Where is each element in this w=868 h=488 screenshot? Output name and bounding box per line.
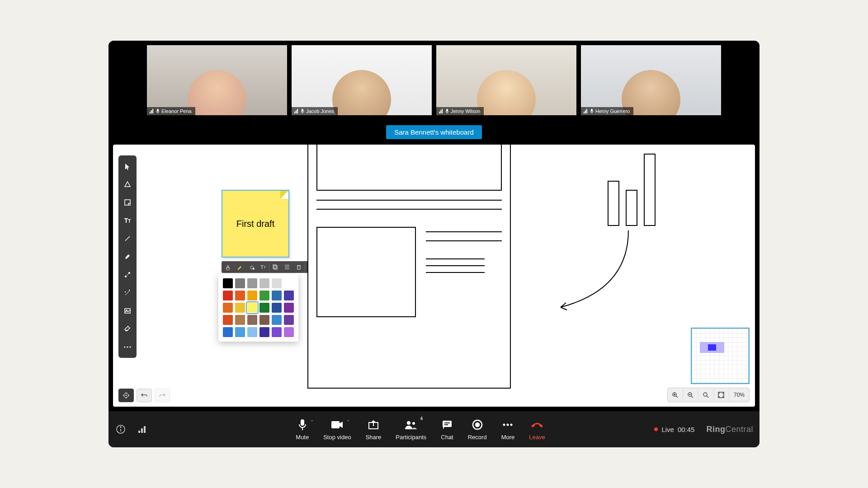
zoom-reset-button[interactable] bbox=[698, 388, 714, 402]
color-swatch[interactable] bbox=[247, 303, 257, 313]
chart-bar bbox=[608, 181, 619, 226]
svg-rect-13 bbox=[446, 109, 448, 112]
mute-button[interactable]: ⌃ Mute bbox=[296, 418, 309, 441]
recenter-button[interactable] bbox=[118, 389, 134, 402]
chat-button[interactable]: Chat bbox=[441, 418, 453, 441]
stop-video-button[interactable]: ⌃ Stop video bbox=[323, 418, 351, 441]
color-swatch[interactable] bbox=[247, 278, 257, 288]
svg-rect-12 bbox=[442, 109, 443, 113]
color-swatch[interactable] bbox=[223, 315, 233, 325]
align-button[interactable] bbox=[281, 262, 293, 272]
leave-button[interactable]: Leave bbox=[529, 418, 545, 441]
minimap[interactable] bbox=[691, 328, 750, 384]
color-swatch[interactable] bbox=[259, 327, 269, 337]
participants-count: 4 bbox=[420, 416, 423, 421]
participants-button[interactable]: 4 Participants bbox=[396, 418, 426, 441]
participant-name-tag: Eleanor Pena bbox=[147, 107, 195, 115]
sticky-note[interactable]: First draft bbox=[222, 190, 289, 258]
color-swatch[interactable] bbox=[235, 327, 245, 337]
brand-logo: RingCentral bbox=[706, 425, 753, 434]
whiteboard-canvas[interactable]: TT 70% bbox=[113, 145, 755, 407]
arrow-shape[interactable] bbox=[552, 226, 633, 316]
color-swatch[interactable] bbox=[223, 327, 233, 337]
pen-tool[interactable] bbox=[118, 248, 137, 266]
sticky-note-tool[interactable] bbox=[118, 193, 137, 211]
color-swatch[interactable] bbox=[272, 291, 282, 300]
eraser-tool[interactable] bbox=[118, 320, 137, 338]
select-tool[interactable] bbox=[118, 157, 137, 175]
color-swatch[interactable] bbox=[223, 303, 233, 313]
color-swatch[interactable] bbox=[247, 315, 257, 325]
more-tools[interactable] bbox=[118, 338, 137, 356]
participant-name-tag: Jacob Jones bbox=[292, 107, 338, 115]
svg-rect-52 bbox=[297, 266, 300, 269]
highlight-button[interactable] bbox=[234, 262, 245, 272]
color-swatch[interactable] bbox=[223, 291, 233, 300]
mic-icon bbox=[301, 109, 304, 113]
undo-button[interactable] bbox=[137, 389, 152, 402]
text-color-button[interactable]: A bbox=[222, 262, 234, 272]
mic-icon bbox=[156, 109, 160, 113]
color-swatch[interactable] bbox=[272, 315, 282, 325]
color-swatch[interactable] bbox=[247, 291, 257, 300]
color-swatch[interactable] bbox=[284, 315, 294, 325]
whiteboard-wrap: Sara Bennett's whiteboard TT bbox=[108, 120, 760, 411]
info-icon[interactable] bbox=[115, 423, 127, 435]
participants-label: Participants bbox=[396, 434, 426, 441]
svg-point-73 bbox=[510, 423, 513, 426]
color-swatch[interactable] bbox=[235, 303, 245, 313]
color-swatch[interactable] bbox=[284, 303, 294, 313]
color-swatch[interactable] bbox=[284, 291, 294, 300]
color-swatch[interactable] bbox=[272, 278, 282, 288]
svg-point-28 bbox=[127, 347, 128, 348]
color-swatch[interactable] bbox=[223, 278, 233, 288]
video-tile[interactable]: Jenny Wilson bbox=[436, 45, 576, 115]
signal-icon[interactable] bbox=[137, 423, 148, 435]
more-button[interactable]: More bbox=[501, 418, 515, 441]
chevron-up-icon[interactable]: ⌃ bbox=[346, 419, 350, 424]
zoom-out-button[interactable] bbox=[683, 388, 698, 402]
copy-button[interactable] bbox=[269, 262, 281, 272]
bar-chart-shape[interactable] bbox=[608, 154, 656, 226]
share-button[interactable]: Share bbox=[366, 418, 382, 441]
svg-point-56 bbox=[120, 427, 121, 427]
zoom-fit-button[interactable] bbox=[714, 388, 729, 402]
color-swatch[interactable] bbox=[247, 327, 257, 337]
delete-button[interactable] bbox=[293, 262, 305, 272]
svg-rect-8 bbox=[302, 109, 303, 112]
video-tile[interactable]: Eleanor Pena bbox=[147, 45, 287, 115]
zoom-in-button[interactable] bbox=[668, 388, 683, 402]
color-swatch[interactable] bbox=[259, 315, 269, 325]
video-tile[interactable]: Jacob Jones bbox=[292, 45, 432, 115]
video-tile[interactable]: Henry Guerrero bbox=[581, 45, 721, 115]
chevron-up-icon[interactable]: ⌃ bbox=[310, 419, 314, 424]
line-tool[interactable] bbox=[118, 230, 137, 248]
minimap-viewport[interactable] bbox=[700, 342, 724, 353]
color-swatch[interactable] bbox=[235, 315, 245, 325]
record-button[interactable]: Record bbox=[468, 418, 487, 441]
font-size-button[interactable]: TT bbox=[257, 262, 269, 272]
zoom-controls: 70% bbox=[667, 388, 750, 402]
color-swatch[interactable] bbox=[235, 291, 245, 300]
svg-rect-2 bbox=[152, 109, 153, 113]
svg-rect-15 bbox=[584, 112, 585, 113]
color-swatch[interactable] bbox=[235, 278, 245, 288]
color-swatch[interactable] bbox=[272, 303, 282, 313]
color-swatch[interactable] bbox=[259, 278, 269, 288]
participant-name: Jacob Jones bbox=[306, 108, 334, 114]
color-palette bbox=[218, 274, 298, 342]
connector-tool[interactable] bbox=[118, 266, 137, 284]
color-swatch[interactable] bbox=[259, 303, 269, 313]
color-swatch[interactable] bbox=[259, 291, 269, 300]
color-swatch[interactable] bbox=[284, 327, 294, 337]
image-tool[interactable] bbox=[118, 302, 137, 320]
text-tool[interactable]: TT bbox=[118, 211, 137, 230]
sticky-note-text: First draft bbox=[236, 219, 274, 229]
magic-tool[interactable] bbox=[118, 284, 137, 302]
redo-button[interactable] bbox=[155, 389, 170, 402]
fill-color-button[interactable] bbox=[245, 262, 257, 272]
color-swatch[interactable] bbox=[272, 327, 282, 337]
wireframe-shape[interactable] bbox=[307, 145, 511, 389]
svg-point-46 bbox=[253, 268, 255, 270]
shape-tool[interactable] bbox=[118, 175, 137, 193]
